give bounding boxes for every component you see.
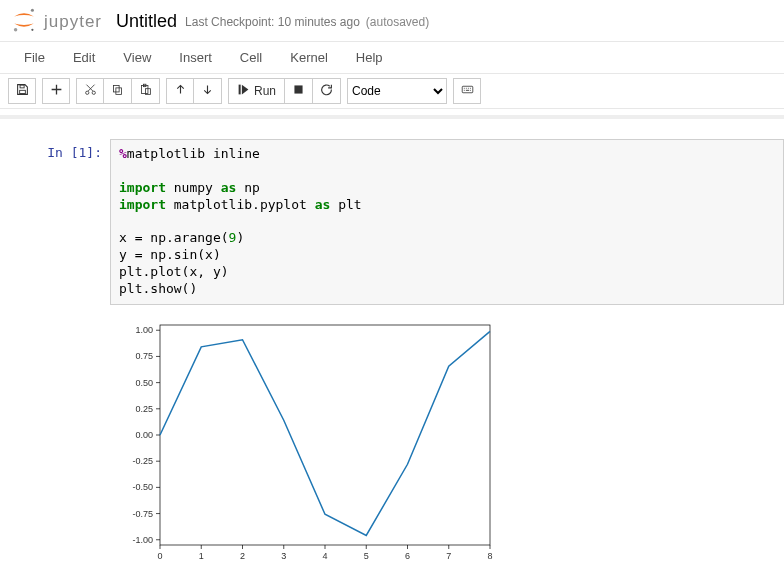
svg-rect-4 xyxy=(19,90,25,93)
svg-text:-0.75: -0.75 xyxy=(132,509,153,519)
move-up-button[interactable] xyxy=(166,78,194,104)
svg-rect-13 xyxy=(294,85,302,93)
copy-icon xyxy=(111,83,124,99)
copy-button[interactable] xyxy=(104,78,132,104)
svg-point-5 xyxy=(85,91,88,94)
menu-item-help[interactable]: Help xyxy=(342,42,397,73)
menu-item-file[interactable]: File xyxy=(10,42,59,73)
svg-rect-15 xyxy=(160,325,490,545)
stop-icon xyxy=(292,83,305,99)
svg-text:3: 3 xyxy=(281,551,286,561)
output-cell: -1.00-0.75-0.50-0.250.000.250.500.751.00… xyxy=(20,315,784,565)
keyboard-icon xyxy=(461,83,474,99)
move-down-button[interactable] xyxy=(194,78,222,104)
jupyter-logo[interactable]: jupyter xyxy=(10,6,102,37)
svg-text:7: 7 xyxy=(446,551,451,561)
run-label: Run xyxy=(254,84,276,98)
notebook-container: In [1]: %matplotlib inline import numpy … xyxy=(0,115,784,565)
menubar: FileEditViewInsertCellKernelHelp xyxy=(0,41,784,74)
cut-button[interactable] xyxy=(76,78,104,104)
svg-point-6 xyxy=(92,91,95,94)
arrow-down-icon xyxy=(201,83,214,99)
svg-rect-14 xyxy=(462,86,473,93)
menu-item-view[interactable]: View xyxy=(109,42,165,73)
jupyter-icon xyxy=(10,6,38,37)
paste-button[interactable] xyxy=(132,78,160,104)
command-palette-button[interactable] xyxy=(453,78,481,104)
svg-text:0: 0 xyxy=(157,551,162,561)
svg-text:-0.25: -0.25 xyxy=(132,456,153,466)
notebook-title[interactable]: Untitled xyxy=(116,11,177,32)
svg-point-2 xyxy=(31,29,33,31)
svg-text:0.00: 0.00 xyxy=(135,430,153,440)
svg-text:0.75: 0.75 xyxy=(135,351,153,361)
save-icon xyxy=(16,83,29,99)
svg-text:-0.50: -0.50 xyxy=(132,482,153,492)
run-icon xyxy=(237,83,250,99)
celltype-select[interactable]: Code xyxy=(347,78,447,104)
svg-point-1 xyxy=(14,28,18,32)
save-button[interactable] xyxy=(8,78,36,104)
code-cell[interactable]: In [1]: %matplotlib inline import numpy … xyxy=(20,139,784,305)
header: jupyter Untitled Last Checkpoint: 10 min… xyxy=(0,0,784,41)
svg-text:0.50: 0.50 xyxy=(135,378,153,388)
svg-text:6: 6 xyxy=(405,551,410,561)
svg-point-0 xyxy=(31,9,34,12)
svg-text:2: 2 xyxy=(240,551,245,561)
interrupt-button[interactable] xyxy=(285,78,313,104)
arrow-up-icon xyxy=(174,83,187,99)
svg-text:0.25: 0.25 xyxy=(135,404,153,414)
restart-button[interactable] xyxy=(313,78,341,104)
svg-text:4: 4 xyxy=(322,551,327,561)
scissors-icon xyxy=(84,83,97,99)
plus-icon xyxy=(50,83,63,99)
paste-icon xyxy=(139,83,152,99)
checkpoint-text: Last Checkpoint: 10 minutes ago xyxy=(185,15,360,29)
menu-item-edit[interactable]: Edit xyxy=(59,42,109,73)
autosaved-text: (autosaved) xyxy=(366,15,429,29)
menu-item-insert[interactable]: Insert xyxy=(165,42,226,73)
svg-text:1: 1 xyxy=(199,551,204,561)
input-prompt: In [1]: xyxy=(20,139,110,305)
restart-icon xyxy=(320,83,333,99)
logo-text: jupyter xyxy=(44,12,102,32)
svg-text:1.00: 1.00 xyxy=(135,325,153,335)
menu-item-cell[interactable]: Cell xyxy=(226,42,276,73)
run-button[interactable]: Run xyxy=(228,78,285,104)
menu-item-kernel[interactable]: Kernel xyxy=(276,42,342,73)
output-chart: -1.00-0.75-0.50-0.250.000.250.500.751.00… xyxy=(110,315,500,565)
insert-cell-button[interactable] xyxy=(42,78,70,104)
code-input-area[interactable]: %matplotlib inline import numpy as np im… xyxy=(110,139,784,305)
svg-rect-3 xyxy=(20,85,24,88)
svg-text:-1.00: -1.00 xyxy=(132,535,153,545)
svg-text:8: 8 xyxy=(487,551,492,561)
svg-text:5: 5 xyxy=(364,551,369,561)
toolbar: Run Code xyxy=(0,74,784,109)
svg-rect-12 xyxy=(239,85,241,95)
